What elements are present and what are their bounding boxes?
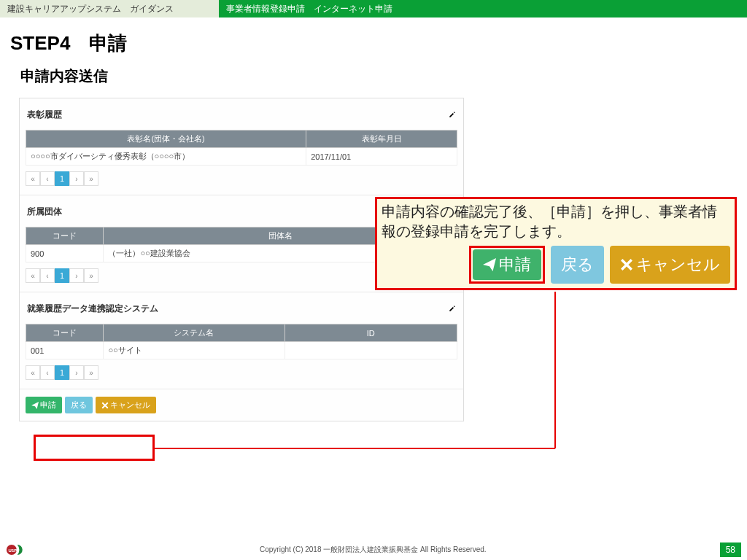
back-button-large[interactable]: 戻る (551, 246, 604, 284)
svg-text:U1P: U1P (9, 548, 18, 553)
awards-table: 表彰名(団体・会社名) 表彰年月日 ○○○○市ダイバーシティ優秀表彰（○○○○市… (26, 130, 457, 166)
systems-table: コード システム名 ID 001 ○○サイト (26, 324, 457, 359)
close-icon (620, 258, 633, 271)
edit-icon[interactable] (449, 304, 456, 314)
col-id: ID (285, 324, 457, 342)
cancel-button[interactable]: キャンセル (96, 397, 156, 413)
instruction-callout: 申請内容の確認完了後、［申請］を押し、事業者情報の登録申請を完了します。 申請 … (375, 197, 737, 290)
awards-section: 表彰履歴 表彰名(団体・会社名) 表彰年月日 ○○○○市ダイバーシティ優秀表彰（… (20, 98, 463, 195)
table-row: 001 ○○サイト (26, 342, 457, 359)
pager-prev[interactable]: ‹ (40, 365, 55, 380)
col-award-date: 表彰年月日 (306, 131, 457, 148)
pager: « ‹ 1 › » (26, 171, 457, 186)
section-title: 事業者情報登録申請 インターネット申請 (219, 0, 747, 18)
systems-heading: 就業履歴データ連携認定システム (27, 303, 158, 315)
awards-heading: 表彰履歴 (27, 109, 62, 121)
connector-line (554, 292, 556, 448)
connector-line (155, 448, 555, 449)
top-bar: 建設キャリアアップシステム ガイダンス 事業者情報登録申請 インターネット申請 (0, 0, 747, 18)
callout-text: 申請内容の確認完了後、［申請］を押し、事業者情報の登録申請を完了します。 (382, 202, 730, 241)
cancel-button-large[interactable]: キャンセル (610, 246, 730, 284)
page-subtitle: 申請内容送信 (0, 63, 747, 98)
pager-last[interactable]: » (84, 268, 98, 283)
pager-first[interactable]: « (26, 365, 40, 380)
copyright: Copyright (C) 2018 一般財団法人建設業振興基金 All Rig… (26, 545, 720, 555)
pager-page[interactable]: 1 (55, 268, 69, 283)
back-button[interactable]: 戻る (65, 397, 93, 413)
pager-prev[interactable]: ‹ (40, 268, 55, 283)
pager-last[interactable]: » (84, 171, 98, 186)
paper-plane-icon (483, 258, 496, 271)
col-system-name: システム名 (104, 324, 285, 342)
paper-plane-icon (31, 402, 39, 409)
pager-page[interactable]: 1 (55, 171, 69, 186)
pager-prev[interactable]: ‹ (40, 171, 55, 186)
pager-last[interactable]: » (84, 365, 98, 380)
apply-highlight: 申請 (469, 246, 545, 284)
close-icon (101, 402, 109, 409)
orgs-heading: 所属団体 (27, 206, 62, 218)
pager-first[interactable]: « (26, 268, 40, 283)
col-code: コード (26, 228, 104, 245)
pager-next[interactable]: › (69, 171, 84, 186)
step-title: STEP4 申請 (0, 18, 747, 63)
pager: « ‹ 1 › » (26, 365, 457, 380)
action-buttons: 申請 戻る キャンセル (20, 389, 463, 421)
col-award-name: 表彰名(団体・会社名) (26, 131, 306, 148)
buttons-highlight (34, 435, 155, 461)
apply-button-large[interactable]: 申請 (473, 249, 541, 280)
logo-icon: U1P (6, 542, 26, 558)
pager-next[interactable]: › (69, 268, 84, 283)
guidance-title: 建設キャリアアップシステム ガイダンス (0, 0, 219, 18)
edit-icon[interactable] (449, 110, 456, 120)
footer: U1P Copyright (C) 2018 一般財団法人建設業振興基金 All… (0, 540, 747, 560)
table-row: ○○○○市ダイバーシティ優秀表彰（○○○○市） 2017/11/01 (26, 148, 457, 166)
pager-page[interactable]: 1 (55, 365, 69, 380)
apply-button[interactable]: 申請 (26, 397, 62, 413)
pager-next[interactable]: › (69, 365, 84, 380)
pager-first[interactable]: « (26, 171, 40, 186)
systems-section: 就業履歴データ連携認定システム コード システム名 ID 001 ○○サイト (20, 292, 463, 389)
page-number: 58 (720, 542, 741, 557)
col-code: コード (26, 324, 104, 342)
